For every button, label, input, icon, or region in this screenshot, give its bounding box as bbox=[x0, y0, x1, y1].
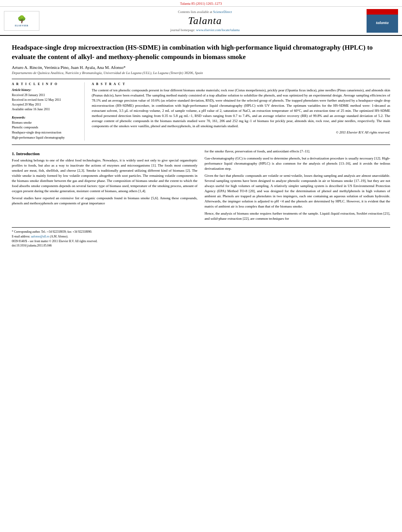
talanta-logo-text: talanta bbox=[376, 20, 389, 25]
right-paragraph-2: Gas-chromatography (GC) is commonly used… bbox=[205, 156, 391, 171]
footnote-star-note: * Corresponding author. Tel.: +34 922318… bbox=[12, 230, 390, 234]
body-content: 1. Introduction Food smoking belongs to … bbox=[12, 149, 390, 224]
journal-title-area: Contents lists available at ScienceDirec… bbox=[50, 9, 359, 33]
article-info-label: A R T I C L E I N F O bbox=[12, 82, 80, 86]
abstract-label: A B S T R A C T bbox=[92, 82, 390, 86]
keyword-3: Headspace-single drop microextraction bbox=[12, 130, 80, 135]
abstract-column: A B S T R A C T The content of ten pheno… bbox=[92, 82, 390, 141]
copyright-text: © 2011 Elsevier B.V. All rights reserved… bbox=[92, 130, 390, 134]
journal-citation-banner: Talanta 85 (2011) 1265–1273 bbox=[0, 0, 402, 7]
journal-homepage: journal homepage: www.elsevier.com/locat… bbox=[170, 28, 239, 32]
keywords-block: Keywords: Biomass smoke Phenolic compoun… bbox=[12, 116, 80, 141]
body-left-column: 1. Introduction Food smoking belongs to … bbox=[12, 149, 198, 224]
citation-text: Talanta 85 (2011) 1265–1273 bbox=[180, 2, 222, 6]
email-label: E-mail address: bbox=[12, 235, 30, 238]
talanta-logo: talanta bbox=[367, 9, 398, 33]
journal-header: 🌳 ELSEVIER Contents lists available at S… bbox=[0, 7, 402, 36]
abstract-text: The content of ten phenolic compounds pr… bbox=[92, 88, 390, 129]
affiliation: Departamento de Química Analítica, Nutri… bbox=[12, 71, 390, 75]
journal-logo-area: talanta bbox=[363, 9, 398, 33]
homepage-label: journal homepage: bbox=[170, 28, 195, 32]
doi-label: doi:10.1016/j.talanta.2011.05.046 bbox=[12, 244, 52, 247]
article-history-block: Article history: Received 28 January 201… bbox=[12, 88, 80, 112]
keywords-label: Keywords: bbox=[12, 116, 80, 119]
history-label: Article history: bbox=[12, 88, 80, 92]
received-revised-date: Received in revised form 12 May 2011 bbox=[12, 98, 80, 102]
sciencedirect-link[interactable]: ScienceDirect bbox=[213, 10, 232, 14]
keyword-2: Phenolic compounds bbox=[12, 125, 80, 130]
received-date: Received 28 January 2011 bbox=[12, 93, 80, 98]
article-info-abstract-section: A R T I C L E I N F O Article history: R… bbox=[12, 79, 390, 141]
body-right-column: for the smoke flavor, preservation of fo… bbox=[205, 149, 391, 224]
authors: Arturo A. Rincón, Verónica Pino, Juan H.… bbox=[12, 65, 390, 70]
right-paragraph-3: Given the fact that phenolic compounds a… bbox=[205, 173, 391, 209]
sciencedirect-line: Contents lists available at ScienceDirec… bbox=[178, 10, 232, 14]
article-info-column: A R T I C L E I N F O Article history: R… bbox=[12, 82, 85, 141]
available-date: Available online 16 June 2011 bbox=[12, 107, 80, 112]
homepage-url[interactable]: www.elsevier.com/locate/talanta bbox=[196, 28, 239, 32]
main-content: Headspace-single drop microextraction (H… bbox=[0, 36, 402, 251]
keyword-4: High-performance liquid chromatography bbox=[12, 135, 80, 141]
elsevier-logo: 🌳 ELSEVIER bbox=[4, 11, 39, 31]
intro-paragraph-2: Several studies have reported an extensi… bbox=[12, 196, 198, 206]
footnote-area: * Corresponding author. Tel.: +34 922318… bbox=[12, 227, 390, 247]
right-paragraph-1: for the smoke flavor, preservation of fo… bbox=[205, 149, 391, 154]
email-suffix: (A.M. Afonso). bbox=[50, 235, 68, 238]
keyword-1: Biomass smoke bbox=[12, 120, 80, 126]
publisher-logo-area: 🌳 ELSEVIER bbox=[4, 9, 47, 33]
sciencedirect-label: Contents lists available at bbox=[178, 10, 212, 14]
intro-paragraph-1: Food smoking belongs to one of the oldes… bbox=[12, 158, 198, 194]
doi-text: doi:10.1016/j.talanta.2011.05.046 bbox=[12, 244, 390, 247]
elsevier-logo-box: 🌳 ELSEVIER bbox=[4, 11, 39, 31]
right-paragraph-4: Hence, the analysis of biomass smoke req… bbox=[205, 211, 391, 221]
introduction-heading: 1. Introduction bbox=[12, 151, 198, 156]
issn-text: 0039-9140/$ – see front matter © 2011 El… bbox=[12, 239, 390, 243]
email-link[interactable]: aafonso@ull.es bbox=[31, 235, 49, 238]
elsevier-tree-icon: 🌳 bbox=[17, 15, 26, 24]
article-title: Headspace-single drop microextraction (H… bbox=[12, 43, 390, 62]
section-divider bbox=[12, 145, 390, 145]
accepted-date: Accepted 20 May 2011 bbox=[12, 102, 80, 107]
footnote-email: E-mail address: aafonso@ull.es (A.M. Afo… bbox=[12, 234, 390, 239]
journal-title: Talanta bbox=[188, 15, 222, 27]
